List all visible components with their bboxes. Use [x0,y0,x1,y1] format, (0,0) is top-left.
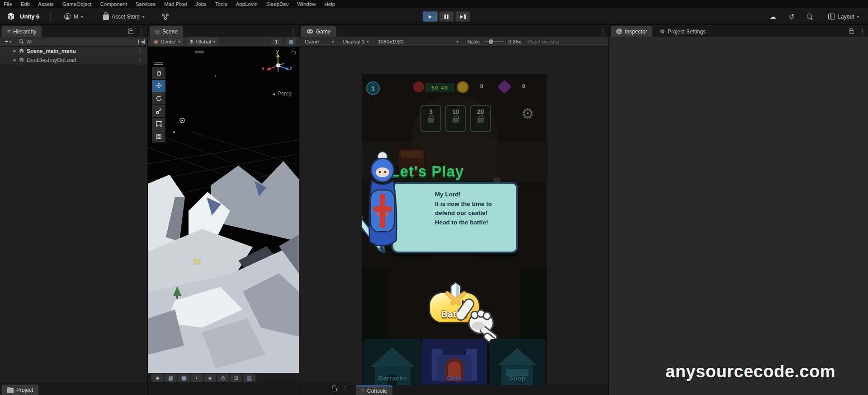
resolution-dropdown[interactable]: 1080x1920▾ [375,38,461,45]
scale-tool-button[interactable] [152,105,165,117]
orientation-dropdown[interactable]: ⊕ Global ▾ [187,38,218,46]
kebab-menu-icon[interactable]: ⋮ [137,57,143,63]
undo-history-icon[interactable]: ↺ [789,13,795,21]
menu-mad-pixel[interactable]: Mad Pixel [164,1,187,7]
kebab-menu-icon[interactable]: ⋮ [137,48,143,54]
layout-dropdown[interactable]: Layout ▾ [826,12,862,21]
menu-services[interactable]: Services [136,1,156,7]
tab-project-settings[interactable]: ⚙ Project Settings [654,26,711,37]
scene-picker-icon[interactable] [138,39,145,44]
menu-gameobject[interactable]: GameObject [62,1,92,7]
hierarchy-item-scene-main-menu[interactable]: ▶ Scene_main_menu ⋮ [0,47,147,56]
cloud-services-icon[interactable]: ☁ [769,13,776,21]
orientation-gizmo[interactable]: y x z [264,51,292,80]
locked-slot-20[interactable]: 20 [470,105,491,132]
rect-icon [156,120,162,127]
gizmo-center[interactable] [276,63,280,67]
locked-slot-3[interactable]: 3 [420,105,441,132]
rect-tool-button[interactable] [152,118,165,130]
tools-overlay-handle[interactable] [154,62,163,65]
game-mode-dropdown[interactable]: Game▾ [302,38,337,45]
gizmos-toggle-icon[interactable]: ⊞ [230,374,242,382]
grid-visibility-icon[interactable]: ▦ [165,374,177,382]
locked-slot-10[interactable]: 10 [445,105,466,132]
play-button[interactable]: ▶ [423,11,438,22]
panel-divider[interactable] [299,25,299,395]
pivot-mode-dropdown[interactable]: ▣ Center ▾ [151,38,183,46]
settings-gear-icon[interactable]: ⚙ [521,105,534,122]
play-focused-dropdown[interactable]: Play Focused [528,39,559,44]
grid-size-field[interactable]: 1 [270,38,282,45]
unlock-icon[interactable] [128,30,133,34]
padlock-icon [428,118,434,123]
snap-settings-icon[interactable]: ▩ [178,374,190,382]
hierarchy-icon: ≡ [7,29,10,35]
layers-icon[interactable]: ▤ [243,374,255,382]
panel-divider[interactable] [609,25,609,395]
tab-inspector[interactable]: i Inspector [611,26,652,37]
game-render[interactable]: 1 50 40 0 0 3 10 20 ⚙ Let's P [362,74,547,395]
hierarchy-search-input[interactable]: All [16,38,136,45]
gizmo-y-label[interactable]: y [276,49,279,54]
unlock-icon[interactable] [849,30,854,34]
unlock-icon[interactable] [332,388,337,391]
grid-snap-toggle[interactable]: ▦ [286,38,296,46]
hierarchy-item-dontdestroyonload[interactable]: ▶ DontDestroyOnLoad ⋮ [0,56,147,65]
left-pillar [362,269,388,341]
menu-window[interactable]: Window [297,1,316,7]
xp-progress: 50 40 [425,83,455,92]
menu-component[interactable]: Component [100,1,127,7]
tab-scene[interactable]: ⊞ Scene [150,26,183,37]
menu-applovin[interactable]: AppLovin [236,1,258,7]
scale-track[interactable] [484,41,504,42]
kebab-menu-icon[interactable]: ⋮ [290,28,296,34]
kebab-menu-icon[interactable]: ⋮ [139,28,145,34]
tab-hierarchy[interactable]: ≡ Hierarchy [2,26,42,37]
kebab-menu-icon[interactable]: ⋮ [342,385,348,391]
overlay-handle[interactable] [195,51,204,53]
tab-game[interactable]: Game [301,26,336,37]
asset-store-dropdown[interactable]: Asset Store ▾ [100,12,147,21]
console-panel-tabbar: ≡ Console [351,385,609,395]
scale-knob[interactable] [489,39,493,44]
menu-jobs[interactable]: Jobs [196,1,207,7]
effects-toggle-icon[interactable]: ◈ [204,374,216,382]
menu-sleepdev[interactable]: SleepDev [266,1,289,7]
version-control-icon[interactable] [161,13,170,20]
menu-bar: File Edit Assets GameObject Component Se… [0,0,868,8]
scene-grid-icon: ⊞ [155,29,160,35]
move-tool-button[interactable] [152,80,165,92]
scene-viewport[interactable]: y x z ◄Persp [148,47,299,373]
rotate-tool-button[interactable] [152,92,165,105]
transform-tool-button[interactable] [152,130,165,143]
unity-logo-icon [6,12,15,21]
tab-project[interactable]: Project [2,385,38,395]
view-lock-icon[interactable] [292,52,296,54]
menu-tools[interactable]: Tools [215,1,227,7]
scene-search-icon[interactable]: ◎ [217,374,229,382]
move-snap-icon[interactable]: ◆ [151,374,164,382]
tab-console[interactable]: ≡ Console [356,385,392,395]
menu-edit[interactable]: Edit [21,1,30,7]
hand-tool-button[interactable] [152,67,165,79]
account-dropdown[interactable]: M ▾ [61,12,86,21]
panel-divider[interactable] [147,25,148,395]
kebab-menu-icon[interactable]: ⋮ [600,28,606,34]
step-button[interactable]: ▶ [455,11,470,22]
create-button[interactable]: + ▾ [3,38,13,45]
display-dropdown[interactable]: Display 1▾ [340,38,372,45]
gizmo-z-label[interactable]: z [290,66,292,71]
search-icon[interactable] [807,14,813,19]
gizmo-x-label[interactable]: x [262,66,264,71]
foldout-arrow-icon[interactable]: ▶ [14,49,16,53]
menu-help[interactable]: Help [324,1,335,7]
foldout-arrow-icon[interactable]: ▶ [14,58,16,62]
pause-button[interactable] [439,11,454,22]
menu-assets[interactable]: Assets [38,1,54,7]
toolbar-divider [50,13,51,21]
scale-slider[interactable]: Scale 0.38x [465,38,524,45]
menu-file[interactable]: File [4,1,12,7]
camera-projection-label[interactable]: ◄Persp [272,90,292,97]
shading-mode-icon[interactable]: ◐ [191,374,203,382]
kebab-menu-icon[interactable]: ⋮ [859,28,865,34]
